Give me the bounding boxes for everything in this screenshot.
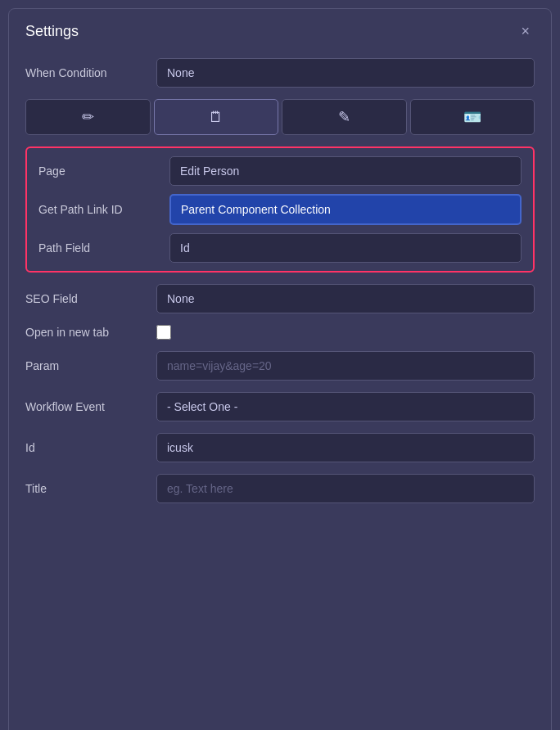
edit-icon: ✎ <box>338 108 350 126</box>
get-path-link-id-row: Get Path Link ID <box>38 194 522 225</box>
tabs-row: ✏ 🗒 ✎ 🪪 <box>25 99 535 135</box>
workflow-event-row: Workflow Event <box>25 392 535 421</box>
id-field-input[interactable] <box>156 433 535 462</box>
settings-modal: Settings × When Condition ✏ 🗒 ✎ 🪪 <box>8 8 552 730</box>
pencil-icon: ✏ <box>82 108 94 126</box>
modal-header: Settings × <box>9 9 551 50</box>
close-button[interactable]: × <box>516 22 535 40</box>
path-field-row: Path Field <box>38 233 522 263</box>
tab-edit[interactable]: ✎ <box>282 99 407 135</box>
param-label: Param <box>25 359 156 372</box>
seo-field-row: SEO Field <box>25 284 535 313</box>
path-field-input[interactable] <box>169 233 522 263</box>
param-input[interactable] <box>156 351 535 381</box>
page-input[interactable] <box>169 156 522 186</box>
open-new-tab-row: Open in new tab <box>25 325 535 340</box>
title-field-input[interactable] <box>156 474 535 503</box>
open-new-tab-checkbox[interactable] <box>156 325 171 340</box>
when-condition-row: When Condition <box>25 58 535 88</box>
get-path-link-id-input[interactable] <box>169 194 522 225</box>
param-row: Param <box>25 351 535 381</box>
tab-document[interactable]: 🗒 <box>154 99 279 135</box>
document-icon: 🗒 <box>209 109 224 126</box>
title-field-label: Title <box>25 482 156 495</box>
page-label: Page <box>38 164 169 178</box>
workflow-event-input[interactable] <box>156 392 535 421</box>
highlighted-section: Page Get Path Link ID Path Field <box>25 146 535 273</box>
modal-body: When Condition ✏ 🗒 ✎ 🪪 Page <box>9 50 551 531</box>
path-field-label: Path Field <box>38 241 169 255</box>
when-condition-label: When Condition <box>25 66 156 79</box>
title-field-row: Title <box>25 474 535 503</box>
person-card-icon: 🪪 <box>463 108 481 126</box>
get-path-link-id-label: Get Path Link ID <box>38 203 169 216</box>
when-condition-input[interactable] <box>156 58 535 88</box>
modal-title: Settings <box>25 23 79 40</box>
tab-person[interactable]: 🪪 <box>410 99 535 135</box>
workflow-event-label: Workflow Event <box>25 400 156 413</box>
tab-pencil[interactable]: ✏ <box>25 99 151 135</box>
seo-field-label: SEO Field <box>25 292 156 305</box>
id-field-label: Id <box>25 441 156 454</box>
id-field-row: Id <box>25 433 535 462</box>
page-row: Page <box>38 156 522 186</box>
seo-field-input[interactable] <box>156 284 535 313</box>
open-new-tab-label: Open in new tab <box>25 326 156 339</box>
